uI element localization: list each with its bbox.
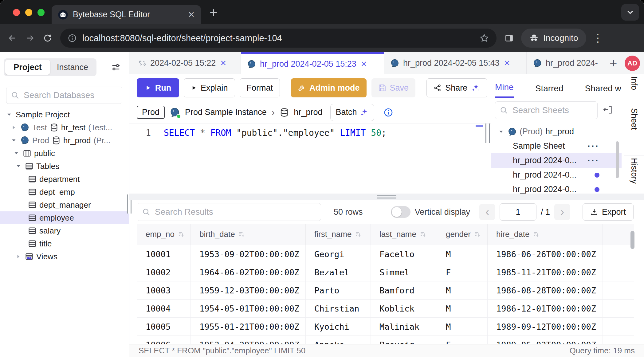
sheet-group-1[interactable]: (Prod)hr_prod — [491, 124, 622, 139]
tree-item-dept_manager[interactable]: dept_manager — [0, 198, 129, 211]
bookmark-star-icon[interactable] — [479, 33, 489, 43]
tab-shared[interactable]: Shared w — [585, 84, 621, 98]
export-button[interactable]: Export — [583, 203, 634, 221]
caret-down-icon[interactable] — [6, 111, 13, 118]
column-header-emp_no[interactable]: emp_no — [137, 224, 191, 245]
sort-icon[interactable] — [355, 231, 362, 238]
results-splitter[interactable] — [129, 194, 644, 200]
sheet-search-input[interactable] — [512, 105, 593, 116]
close-tab-icon[interactable]: ✕ — [504, 59, 510, 68]
sheet-item-3[interactable]: hr_prod 2024-0...··· — [491, 153, 622, 168]
tab-mine[interactable]: Mine — [495, 82, 514, 98]
sheet-group-0[interactable]: (Test)hr_test — [491, 122, 622, 124]
sheet-item-2[interactable]: Sample Sheet··· — [491, 139, 622, 153]
tree-item-salary[interactable]: salary — [0, 224, 129, 237]
tab-sheet[interactable]: Sheet — [624, 108, 644, 154]
results-search[interactable] — [137, 203, 321, 221]
tree-item-public[interactable]: public — [0, 147, 129, 160]
close-tab-icon[interactable]: ✕ — [361, 60, 367, 69]
close-tab-icon[interactable]: ✕ — [220, 59, 226, 68]
site-info-icon[interactable] — [68, 33, 77, 43]
sheet-item-4[interactable]: hr_prod 2024-0... — [491, 168, 622, 182]
browser-menu-icon[interactable]: ⋮ — [592, 32, 603, 45]
avatar[interactable]: AD — [625, 56, 640, 71]
caret-down-icon[interactable] — [15, 163, 22, 170]
zoom-window-button[interactable] — [37, 9, 45, 16]
batch-button[interactable]: Batch — [330, 104, 374, 121]
caret-right-icon[interactable] — [10, 124, 18, 131]
page-input[interactable] — [500, 203, 536, 221]
close-window-button[interactable] — [13, 9, 20, 16]
editor-tab-1[interactable]: hr_prod 2024-02-05 15:23✕ — [241, 52, 384, 74]
tab-info[interactable]: Info — [624, 76, 644, 106]
tab-starred[interactable]: Starred — [535, 84, 564, 98]
caret-down-icon[interactable] — [13, 150, 20, 157]
tree-item-title[interactable]: title — [0, 237, 129, 250]
collapse-panel-icon[interactable] — [603, 104, 613, 115]
splitter-handle[interactable] — [377, 195, 396, 198]
sort-icon[interactable] — [178, 231, 185, 238]
sheet-menu-icon[interactable]: ··· — [587, 155, 599, 166]
results-search-input[interactable] — [154, 207, 316, 217]
filter-settings-icon[interactable] — [111, 62, 121, 73]
forward-icon[interactable] — [25, 33, 35, 43]
admin-mode-button[interactable]: Admin mode — [291, 78, 367, 97]
tab-project[interactable]: Project — [5, 60, 50, 75]
database-name[interactable]: hr_prod — [294, 108, 322, 117]
caret-down-icon[interactable] — [10, 137, 18, 144]
tree-item-dept_emp[interactable]: dept_emp — [0, 186, 129, 198]
tab-search-chevron-button[interactable] — [621, 4, 639, 21]
caret-right-icon[interactable] — [15, 253, 22, 260]
editor-tab-0[interactable]: 2024-02-05 15:22✕ — [132, 52, 241, 74]
new-sheet-tab-button[interactable]: + — [610, 56, 617, 71]
tab-history[interactable]: History — [624, 158, 644, 192]
column-header-birth_date[interactable]: birth_date — [191, 224, 306, 245]
tree-item-hr_prod[interactable]: Prodhr_prod(Pr... — [0, 134, 129, 147]
new-browser-tab-button[interactable]: + — [210, 5, 218, 20]
column-header-last_name[interactable]: last_name — [371, 224, 437, 245]
info-circle-icon[interactable] — [383, 108, 393, 117]
sort-icon[interactable] — [419, 231, 426, 238]
prev-page-button[interactable]: ‹ — [479, 204, 495, 220]
tab-instance[interactable]: Instance — [50, 60, 95, 75]
sheet-menu-icon[interactable]: ··· — [587, 141, 599, 151]
format-button[interactable]: Format — [240, 78, 280, 97]
instance-name[interactable]: Prod Sample Instance — [185, 108, 267, 117]
save-button[interactable]: Save — [371, 78, 416, 97]
result-grid-scrollbar[interactable] — [630, 231, 634, 249]
minimize-window-button[interactable] — [25, 9, 32, 16]
panel-resize-handle[interactable] — [485, 124, 490, 143]
tree-item-sample-project[interactable]: Sample Project — [0, 108, 129, 121]
column-header-gender[interactable]: gender — [437, 224, 488, 245]
tree-item-department[interactable]: department — [0, 173, 129, 186]
address-bar[interactable]: localhost:8080/sql-editor/sheet/project-… — [60, 29, 497, 48]
database-search-input[interactable] — [23, 90, 118, 100]
sheet-list-scrollbar[interactable] — [616, 141, 619, 178]
tree-item-hr_test[interactable]: Testhr_test(Test... — [0, 121, 129, 134]
tree-item-tables[interactable]: Tables — [0, 160, 129, 173]
editor-tab-2[interactable]: hr_prod 2024-02-05 15:43✕ — [384, 52, 527, 74]
explain-button[interactable]: Explain — [184, 78, 235, 97]
browser-tab[interactable]: Bytebase SQL Editor ✕ — [52, 5, 201, 24]
sort-icon[interactable] — [238, 231, 245, 238]
editor-minimap[interactable] — [476, 124, 484, 193]
vertical-display-toggle[interactable] — [391, 206, 410, 218]
column-header-hire_date[interactable]: hire_date — [488, 224, 603, 245]
sql-editor[interactable]: 1 SELECT * FROM "public"."employee" LIMI… — [129, 124, 491, 194]
close-tab-icon[interactable]: ✕ — [188, 10, 195, 20]
caret-down-icon[interactable] — [497, 128, 505, 135]
share-button[interactable]: Share — [426, 78, 487, 97]
editor-tab-3[interactable]: hr_prod 2024-( — [527, 52, 604, 74]
sort-icon[interactable] — [532, 231, 540, 238]
sort-icon[interactable] — [474, 231, 481, 238]
run-button[interactable]: Run — [137, 78, 179, 97]
back-icon[interactable] — [7, 33, 17, 43]
column-header-first_name[interactable]: first_name — [306, 224, 371, 245]
sheet-search[interactable] — [495, 101, 598, 119]
sheet-item-5[interactable]: hr_prod 2024-0... — [491, 182, 622, 194]
database-search[interactable] — [6, 87, 122, 104]
tree-item-employee[interactable]: employee — [0, 211, 129, 224]
side-panel-icon[interactable] — [505, 33, 514, 43]
next-page-button[interactable]: › — [554, 204, 570, 220]
reload-icon[interactable] — [43, 33, 52, 43]
